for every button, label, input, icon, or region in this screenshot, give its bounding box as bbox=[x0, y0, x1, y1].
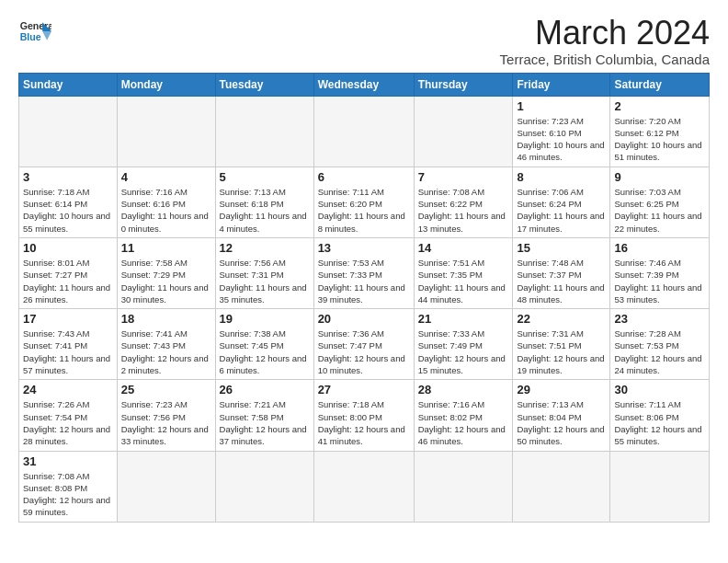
weekday-header-monday: Monday bbox=[117, 73, 215, 96]
day-number: 1 bbox=[517, 99, 606, 113]
day-number: 8 bbox=[517, 170, 606, 184]
day-cell: 27Sunrise: 7:18 AM Sunset: 8:00 PM Dayli… bbox=[313, 380, 414, 451]
day-number: 5 bbox=[220, 170, 310, 184]
day-cell: 2Sunrise: 7:20 AM Sunset: 6:12 PM Daylig… bbox=[610, 96, 710, 167]
day-cell: 3Sunrise: 7:18 AM Sunset: 6:14 PM Daylig… bbox=[19, 167, 118, 237]
day-info: Sunrise: 7:21 AM Sunset: 7:58 PM Dayligh… bbox=[220, 398, 310, 447]
day-info: Sunrise: 7:38 AM Sunset: 7:45 PM Dayligh… bbox=[220, 327, 310, 376]
day-number: 7 bbox=[418, 170, 509, 184]
day-cell: 20Sunrise: 7:36 AM Sunset: 7:47 PM Dayli… bbox=[313, 309, 414, 380]
day-cell: 1Sunrise: 7:23 AM Sunset: 6:10 PM Daylig… bbox=[513, 96, 610, 167]
day-cell: 9Sunrise: 7:03 AM Sunset: 6:25 PM Daylig… bbox=[610, 167, 710, 237]
day-info: Sunrise: 7:53 AM Sunset: 7:33 PM Dayligh… bbox=[318, 257, 410, 305]
day-info: Sunrise: 7:41 AM Sunset: 7:43 PM Dayligh… bbox=[121, 327, 211, 376]
day-cell: 5Sunrise: 7:13 AM Sunset: 6:18 PM Daylig… bbox=[215, 167, 313, 237]
weekday-header-friday: Friday bbox=[513, 73, 610, 96]
day-number: 14 bbox=[418, 241, 509, 255]
calendar-table: SundayMondayTuesdayWednesdayThursdayFrid… bbox=[18, 73, 710, 523]
week-row-3: 10Sunrise: 8:01 AM Sunset: 7:27 PM Dayli… bbox=[19, 237, 710, 308]
day-cell: 4Sunrise: 7:16 AM Sunset: 6:16 PM Daylig… bbox=[117, 167, 215, 237]
day-cell bbox=[610, 451, 710, 522]
day-info: Sunrise: 7:03 AM Sunset: 6:25 PM Dayligh… bbox=[614, 186, 705, 235]
day-number: 15 bbox=[517, 241, 606, 255]
day-number: 27 bbox=[318, 383, 410, 396]
day-info: Sunrise: 7:23 AM Sunset: 7:56 PM Dayligh… bbox=[121, 398, 211, 447]
day-cell bbox=[117, 96, 215, 167]
day-number: 31 bbox=[23, 454, 113, 468]
day-info: Sunrise: 7:36 AM Sunset: 7:47 PM Dayligh… bbox=[318, 327, 410, 376]
day-info: Sunrise: 7:16 AM Sunset: 8:02 PM Dayligh… bbox=[418, 398, 509, 447]
day-info: Sunrise: 7:18 AM Sunset: 8:00 PM Dayligh… bbox=[318, 398, 410, 447]
day-info: Sunrise: 7:08 AM Sunset: 8:08 PM Dayligh… bbox=[23, 470, 113, 519]
day-cell: 18Sunrise: 7:41 AM Sunset: 7:43 PM Dayli… bbox=[117, 309, 215, 380]
day-number: 17 bbox=[23, 312, 113, 326]
day-cell: 22Sunrise: 7:31 AM Sunset: 7:51 PM Dayli… bbox=[513, 309, 610, 380]
day-cell: 11Sunrise: 7:58 AM Sunset: 7:29 PM Dayli… bbox=[117, 237, 215, 308]
day-cell: 30Sunrise: 7:11 AM Sunset: 8:06 PM Dayli… bbox=[610, 380, 710, 451]
day-info: Sunrise: 7:58 AM Sunset: 7:29 PM Dayligh… bbox=[121, 257, 211, 305]
day-info: Sunrise: 7:31 AM Sunset: 7:51 PM Dayligh… bbox=[517, 327, 606, 376]
weekday-header-wednesday: Wednesday bbox=[313, 73, 414, 96]
day-number: 3 bbox=[23, 170, 113, 184]
day-number: 24 bbox=[23, 383, 113, 396]
svg-text:Blue: Blue bbox=[20, 31, 41, 42]
logo-svg: General Blue bbox=[18, 15, 51, 48]
day-number: 6 bbox=[318, 170, 410, 184]
day-number: 23 bbox=[614, 312, 705, 326]
weekday-header-sunday: Sunday bbox=[19, 73, 118, 96]
day-cell bbox=[313, 451, 414, 522]
day-info: Sunrise: 7:08 AM Sunset: 6:22 PM Dayligh… bbox=[418, 186, 509, 235]
month-title: March 2024 bbox=[500, 15, 710, 52]
day-cell: 13Sunrise: 7:53 AM Sunset: 7:33 PM Dayli… bbox=[313, 237, 414, 308]
day-info: Sunrise: 7:18 AM Sunset: 6:14 PM Dayligh… bbox=[23, 186, 113, 235]
day-cell: 31Sunrise: 7:08 AM Sunset: 8:08 PM Dayli… bbox=[19, 451, 118, 522]
title-area: March 2024 Terrace, British Columbia, Ca… bbox=[500, 15, 710, 67]
day-cell bbox=[513, 451, 610, 522]
week-row-5: 24Sunrise: 7:26 AM Sunset: 7:54 PM Dayli… bbox=[19, 380, 710, 451]
logo: General Blue bbox=[18, 15, 51, 48]
day-cell: 23Sunrise: 7:28 AM Sunset: 7:53 PM Dayli… bbox=[610, 309, 710, 380]
day-number: 12 bbox=[220, 241, 310, 255]
day-cell: 7Sunrise: 7:08 AM Sunset: 6:22 PM Daylig… bbox=[414, 167, 513, 237]
day-cell: 6Sunrise: 7:11 AM Sunset: 6:20 PM Daylig… bbox=[313, 167, 414, 237]
day-cell: 8Sunrise: 7:06 AM Sunset: 6:24 PM Daylig… bbox=[513, 167, 610, 237]
day-number: 29 bbox=[517, 383, 606, 396]
header: General Blue March 2024 Terrace, British… bbox=[18, 15, 710, 67]
day-cell: 14Sunrise: 7:51 AM Sunset: 7:35 PM Dayli… bbox=[414, 237, 513, 308]
day-number: 10 bbox=[23, 241, 113, 255]
week-row-4: 17Sunrise: 7:43 AM Sunset: 7:41 PM Dayli… bbox=[19, 309, 710, 380]
svg-marker-3 bbox=[42, 31, 51, 40]
day-number: 19 bbox=[220, 312, 310, 326]
day-number: 28 bbox=[418, 383, 509, 396]
day-cell: 21Sunrise: 7:33 AM Sunset: 7:49 PM Dayli… bbox=[414, 309, 513, 380]
day-number: 9 bbox=[614, 170, 705, 184]
day-number: 18 bbox=[121, 312, 211, 326]
day-cell: 24Sunrise: 7:26 AM Sunset: 7:54 PM Dayli… bbox=[19, 380, 118, 451]
day-info: Sunrise: 7:11 AM Sunset: 6:20 PM Dayligh… bbox=[318, 186, 410, 235]
day-cell: 15Sunrise: 7:48 AM Sunset: 7:37 PM Dayli… bbox=[513, 237, 610, 308]
day-info: Sunrise: 7:11 AM Sunset: 8:06 PM Dayligh… bbox=[614, 398, 705, 447]
day-cell bbox=[414, 96, 513, 167]
weekday-header-row: SundayMondayTuesdayWednesdayThursdayFrid… bbox=[19, 73, 710, 96]
day-number: 26 bbox=[220, 383, 310, 396]
day-number: 30 bbox=[614, 383, 705, 396]
day-number: 11 bbox=[121, 241, 211, 255]
weekday-header-thursday: Thursday bbox=[414, 73, 513, 96]
day-number: 16 bbox=[614, 241, 705, 255]
day-number: 2 bbox=[614, 99, 705, 113]
day-info: Sunrise: 7:06 AM Sunset: 6:24 PM Dayligh… bbox=[517, 186, 606, 235]
day-info: Sunrise: 7:16 AM Sunset: 6:16 PM Dayligh… bbox=[121, 186, 211, 235]
week-row-1: 1Sunrise: 7:23 AM Sunset: 6:10 PM Daylig… bbox=[19, 96, 710, 167]
day-cell: 19Sunrise: 7:38 AM Sunset: 7:45 PM Dayli… bbox=[215, 309, 313, 380]
day-cell bbox=[313, 96, 414, 167]
day-number: 22 bbox=[517, 312, 606, 326]
day-number: 4 bbox=[121, 170, 211, 184]
day-info: Sunrise: 7:51 AM Sunset: 7:35 PM Dayligh… bbox=[418, 257, 509, 305]
day-cell bbox=[215, 451, 313, 522]
day-cell: 16Sunrise: 7:46 AM Sunset: 7:39 PM Dayli… bbox=[610, 237, 710, 308]
day-number: 20 bbox=[318, 312, 410, 326]
day-info: Sunrise: 7:20 AM Sunset: 6:12 PM Dayligh… bbox=[614, 115, 705, 164]
day-cell: 10Sunrise: 8:01 AM Sunset: 7:27 PM Dayli… bbox=[19, 237, 118, 308]
day-info: Sunrise: 7:46 AM Sunset: 7:39 PM Dayligh… bbox=[614, 257, 705, 305]
day-info: Sunrise: 7:26 AM Sunset: 7:54 PM Dayligh… bbox=[23, 398, 113, 447]
